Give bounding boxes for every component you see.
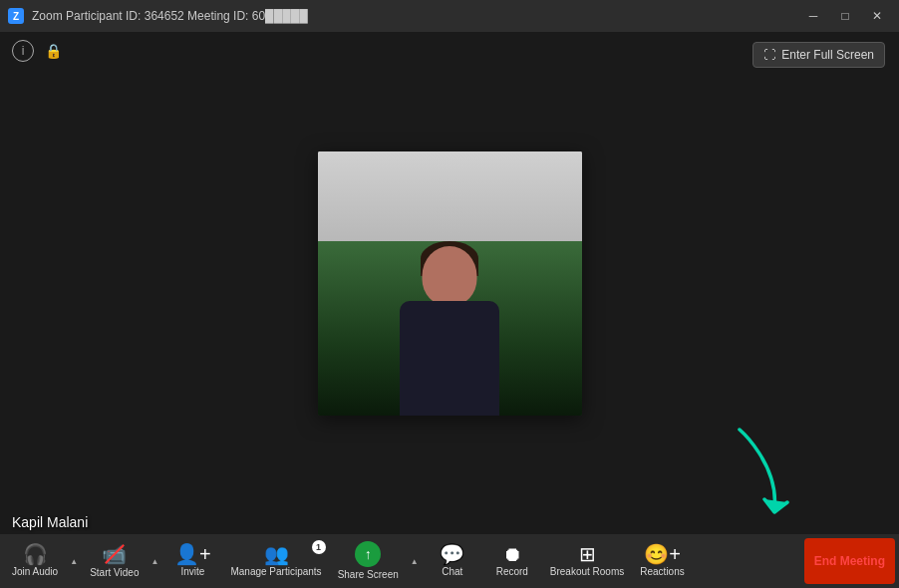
person-head: [423, 246, 477, 306]
invite-button[interactable]: 👤+ Invite: [162, 536, 222, 586]
lock-icon[interactable]: 🔒: [42, 40, 64, 62]
join-audio-group: 🎧 Join Audio ▲: [4, 536, 82, 586]
maximize-button[interactable]: □: [831, 5, 859, 27]
info-icon[interactable]: i: [12, 40, 34, 62]
invite-label: Invite: [181, 566, 205, 578]
share-screen-button[interactable]: ↑ Share Screen: [330, 536, 407, 586]
top-icons: i 🔒: [12, 40, 64, 62]
breakout-rooms-label: Breakout Rooms: [550, 566, 624, 578]
manage-participants-label: Manage Participants: [230, 566, 321, 578]
reactions-button[interactable]: 😊+ Reactions: [632, 536, 692, 586]
chat-button[interactable]: 💬 Chat: [423, 536, 482, 586]
share-screen-caret[interactable]: ▲: [407, 536, 423, 586]
join-audio-label: Join Audio: [12, 566, 58, 578]
breakout-rooms-icon: ⊞: [579, 544, 596, 564]
video-icon-crossed: 📹: [102, 544, 127, 565]
video-background: [318, 151, 582, 416]
manage-participants-button[interactable]: 👥 1 Manage Participants: [222, 536, 329, 586]
end-meeting-button[interactable]: End Meeting: [804, 538, 895, 584]
arrow-pointer: [720, 425, 799, 528]
join-audio-caret[interactable]: ▲: [66, 536, 82, 586]
chat-label: Chat: [442, 566, 462, 578]
video-camera-icon: 📹: [102, 543, 127, 565]
headphone-icon: 🎧: [23, 544, 48, 564]
share-screen-icon: ↑: [365, 546, 372, 562]
start-video-label: Start Video: [90, 567, 139, 579]
fullscreen-button[interactable]: ⛶ Enter Full Screen: [752, 42, 885, 68]
video-feed: [318, 151, 582, 416]
window-controls: ─ □ ✕: [799, 5, 891, 27]
zoom-logo: Z: [8, 8, 24, 24]
toolbar: 🎧 Join Audio ▲ 📹 Start Video ▲ 👤+ Invite…: [0, 534, 899, 588]
start-video-caret[interactable]: ▲: [147, 536, 162, 586]
title-text: Zoom Participant ID: 364652 Meeting ID: …: [32, 9, 308, 23]
join-audio-button[interactable]: 🎧 Join Audio: [4, 536, 66, 586]
reactions-icon: 😊+: [644, 544, 681, 564]
fullscreen-icon: ⛶: [763, 48, 775, 62]
share-screen-label: Share Screen: [338, 569, 399, 581]
title-bar: Z Zoom Participant ID: 364652 Meeting ID…: [0, 0, 899, 32]
invite-icon: 👤+: [174, 544, 211, 564]
record-icon: ⏺: [502, 544, 522, 564]
minimize-button[interactable]: ─: [799, 5, 827, 27]
end-meeting-label: End Meeting: [814, 554, 885, 568]
close-button[interactable]: ✕: [863, 5, 891, 27]
record-button[interactable]: ⏺ Record: [482, 536, 542, 586]
breakout-rooms-button[interactable]: ⊞ Breakout Rooms: [542, 536, 632, 586]
participant-name: Kapil Malani: [12, 514, 88, 530]
reactions-label: Reactions: [640, 566, 684, 578]
participant-count-badge: 1: [312, 540, 326, 554]
participants-icon: 👥: [264, 544, 289, 564]
start-video-button[interactable]: 📹 Start Video: [82, 536, 147, 586]
share-screen-group: ↑ Share Screen ▲: [330, 536, 423, 586]
start-video-group: 📹 Start Video ▲: [82, 536, 162, 586]
chat-icon: 💬: [440, 544, 464, 564]
title-bar-left: Z Zoom Participant ID: 364652 Meeting ID…: [8, 8, 308, 24]
share-screen-icon-bg: ↑: [355, 541, 381, 567]
record-label: Record: [496, 566, 528, 578]
person-silhouette: [370, 216, 529, 416]
person-body: [400, 301, 499, 416]
